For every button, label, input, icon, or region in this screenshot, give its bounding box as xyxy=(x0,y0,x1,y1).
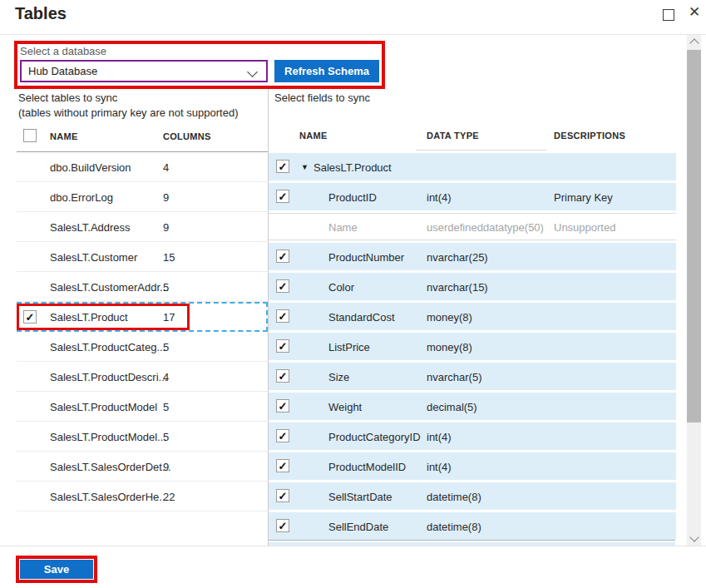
table-row[interactable]: SalesLT.Address9 xyxy=(17,212,268,242)
table-row[interactable]: SalesLT.SalesOrderHe...22 xyxy=(17,482,268,511)
table-row[interactable]: SalesLT.SalesOrderDet...9 xyxy=(17,452,268,482)
field-row[interactable]: ✓SellStartDatedatetime(8) xyxy=(269,482,676,510)
field-checkbox[interactable]: ✓ xyxy=(276,459,289,472)
table-row[interactable]: SalesLT.CustomerAddr...5 xyxy=(17,272,268,302)
field-checkbox[interactable]: ✓ xyxy=(276,519,289,532)
save-button[interactable]: Save xyxy=(20,560,93,579)
table-column-count: 5 xyxy=(163,340,169,353)
select-all-tables-checkbox[interactable] xyxy=(23,129,37,142)
field-checkbox[interactable]: ✓ xyxy=(276,190,289,203)
field-checkbox[interactable]: ✓ xyxy=(276,160,289,173)
fields-column-header-datatype: DATA TYPE xyxy=(427,131,479,141)
table-column-count: 5 xyxy=(163,400,169,413)
tables-column-header-columns: COLUMNS xyxy=(163,131,211,141)
field-row[interactable]: ✓ProductNumbernvarchar(25) xyxy=(269,243,676,270)
vertical-scrollbar[interactable] xyxy=(687,35,701,546)
page-title: Tables xyxy=(15,4,67,23)
table-row[interactable]: dbo.ErrorLog9 xyxy=(17,182,268,212)
table-row[interactable]: SalesLT.Customer15 xyxy=(17,242,268,272)
field-name: ProductModelID xyxy=(328,460,406,472)
field-name: Size xyxy=(328,370,349,383)
table-row[interactable]: dbo.BuildVersion4 xyxy=(17,152,268,182)
field-checkbox[interactable]: ✓ xyxy=(276,429,289,442)
fields-column-header-name: NAME xyxy=(299,131,328,141)
field-data-type: int(4) xyxy=(427,460,452,472)
table-column-count: 4 xyxy=(163,370,169,383)
field-description: Primary Key xyxy=(554,190,613,203)
tables-panel-heading: Select tables to sync xyxy=(18,91,117,104)
table-column-count: 17 xyxy=(163,311,175,324)
maximize-icon[interactable] xyxy=(663,9,674,21)
field-row[interactable]: ✓ProductModelIDint(4) xyxy=(269,452,676,480)
field-checkbox[interactable]: ✓ xyxy=(276,339,289,353)
field-checkbox[interactable]: ✓ xyxy=(276,489,289,502)
field-checkbox[interactable]: ✓ xyxy=(276,399,289,413)
field-row[interactable]: Nameuserdefineddatatype(50)Unsupported xyxy=(269,213,676,240)
field-data-type: nvarchar(15) xyxy=(427,280,488,293)
field-name: ProductCategoryID xyxy=(328,430,421,442)
table-name: SalesLT.ProductModel xyxy=(50,400,157,413)
table-column-count: 4 xyxy=(163,161,169,173)
database-dropdown-value: Hub Database xyxy=(28,65,97,77)
field-data-type: nvarchar(25) xyxy=(427,250,488,263)
table-name: dbo.ErrorLog xyxy=(50,190,113,203)
scroll-up-icon[interactable] xyxy=(689,38,699,47)
table-row[interactable]: ✓SalesLT.Product17 xyxy=(17,302,268,332)
table-name: SalesLT.ProductDescri... xyxy=(50,370,167,383)
table-column-count: 9 xyxy=(163,460,169,472)
field-data-type: decimal(5) xyxy=(427,400,477,413)
field-name: SalesLT.Product xyxy=(314,161,392,173)
field-data-type: int(4) xyxy=(427,190,452,203)
field-row[interactable]: ✓▼SalesLT.Product xyxy=(269,153,676,180)
field-checkbox[interactable]: ✓ xyxy=(276,250,289,263)
table-row-checkbox[interactable]: ✓ xyxy=(23,310,37,324)
fields-panel-heading: Select fields to sync xyxy=(274,91,370,104)
field-data-type: userdefineddatatype(50) xyxy=(427,220,544,233)
field-row[interactable]: ✓StandardCostmoney(8) xyxy=(269,303,676,330)
database-select-label: Select a database xyxy=(20,45,106,57)
field-checkbox[interactable]: ✓ xyxy=(276,279,289,293)
field-row[interactable]: ✓Colornvarchar(15) xyxy=(269,273,676,300)
refresh-schema-button[interactable]: Refresh Schema xyxy=(274,60,379,82)
collapse-arrow-icon[interactable]: ▼ xyxy=(301,163,309,171)
table-row[interactable]: SalesLT.ProductCateg...5 xyxy=(17,332,268,362)
table-column-count: 9 xyxy=(163,190,169,203)
field-description: Unsupported xyxy=(554,220,615,233)
table-name: SalesLT.SalesOrderDet... xyxy=(50,460,171,472)
field-row[interactable]: ✓ProductCategoryIDint(4) xyxy=(269,422,676,450)
table-name: SalesLT.ProductCateg... xyxy=(50,340,165,353)
field-row[interactable]: ✓Weightdecimal(5) xyxy=(269,393,676,420)
table-row[interactable]: SalesLT.ProductModel...5 xyxy=(17,422,268,452)
table-row[interactable]: SalesLT.ProductModel5 xyxy=(17,392,268,422)
close-icon[interactable]: ✕ xyxy=(689,3,700,22)
table-name: SalesLT.Address xyxy=(50,220,131,233)
scrollbar-thumb[interactable] xyxy=(687,50,701,422)
field-checkbox[interactable]: ✓ xyxy=(276,309,289,323)
table-column-count: 5 xyxy=(163,430,169,442)
table-column-count: 9 xyxy=(163,220,169,233)
tables-blade: Tables ✕ Select a database Hub Database … xyxy=(0,0,706,588)
database-dropdown[interactable]: Hub Database xyxy=(20,60,268,82)
field-row[interactable]: ✓SellEndDatedatetime(8) xyxy=(269,512,676,540)
table-name: SalesLT.CustomerAddr... xyxy=(50,280,169,293)
field-name: SellEndDate xyxy=(328,520,388,532)
field-data-type: money(8) xyxy=(427,310,472,323)
header-divider xyxy=(0,34,706,35)
field-name: ListPrice xyxy=(328,340,370,353)
field-name: Color xyxy=(328,280,354,293)
table-name: SalesLT.Product xyxy=(50,311,128,324)
tables-panel-subheading: (tables without primary key are not supp… xyxy=(18,106,238,119)
field-data-type: datetime(8) xyxy=(427,520,481,532)
tables-column-header-name: NAME xyxy=(50,131,78,141)
field-name: ProductID xyxy=(328,190,377,203)
field-row[interactable]: ✓Sizenvarchar(5) xyxy=(269,363,676,390)
field-row[interactable]: ✓ListPricemoney(8) xyxy=(269,333,676,360)
field-name: StandardCost xyxy=(328,310,395,323)
scroll-down-icon[interactable] xyxy=(689,532,699,541)
table-column-count: 15 xyxy=(163,250,175,263)
field-data-type: int(4) xyxy=(427,430,452,442)
table-row[interactable]: SalesLT.ProductDescri...4 xyxy=(17,362,268,392)
field-row[interactable]: ✓ProductIDint(4)Primary Key xyxy=(269,183,676,210)
field-checkbox[interactable]: ✓ xyxy=(276,369,289,383)
field-data-type: datetime(8) xyxy=(427,490,481,502)
